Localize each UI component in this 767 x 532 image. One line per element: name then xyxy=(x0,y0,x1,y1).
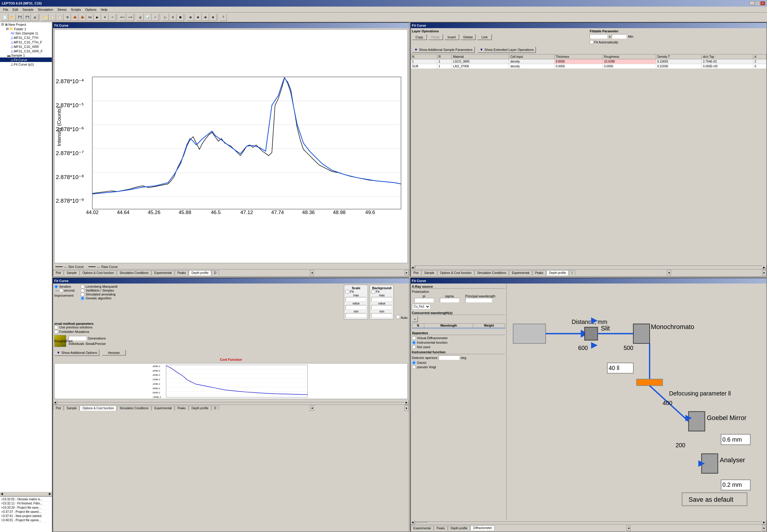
menu-simulation[interactable]: Simulation xyxy=(36,7,55,12)
tab-sim-cond[interactable]: Simulation Conditions xyxy=(117,270,151,275)
tab-tr-depth[interactable]: Depth profile xyxy=(546,270,569,275)
show-extended-ops-btn[interactable]: ▼ Show Extended Layer Operations xyxy=(477,46,536,53)
toolbar-folder[interactable]: 📁 xyxy=(41,14,48,21)
insert-button[interactable]: Insert xyxy=(444,34,459,40)
cell-density-1[interactable]: 6.52090 xyxy=(656,64,701,69)
add-wavelength-btn[interactable]: + xyxy=(412,316,418,322)
tab-br-peaks[interactable]: Peaks xyxy=(434,526,448,531)
hessian-btn[interactable]: Hessian xyxy=(102,350,126,356)
tab-tr-i[interactable]: I xyxy=(569,270,575,275)
app-virtual-radio[interactable] xyxy=(412,336,416,340)
tab-sample[interactable]: Sample xyxy=(64,270,79,275)
tab-peaks[interactable]: Peaks xyxy=(175,270,188,275)
cell-dc-0[interactable]: 2.754E-02 xyxy=(702,59,753,64)
menu-edit[interactable]: Edit xyxy=(11,7,20,12)
toolbar-grid1[interactable]: ▦ xyxy=(187,14,194,21)
cell-cellinput-1[interactable]: density xyxy=(509,64,554,69)
scroll-left-btn[interactable]: ◄ xyxy=(411,265,415,269)
delete-button[interactable]: Delete xyxy=(460,34,476,40)
tab-tr-plot[interactable]: Plot xyxy=(411,270,421,275)
tab-tr-arrow-l[interactable]: ◄ xyxy=(667,270,671,275)
cell-thickness-1[interactable]: 0.0000 xyxy=(554,64,603,69)
tab-options[interactable]: Options & Cost function xyxy=(80,270,116,275)
copy-button[interactable]: Copy xyxy=(412,34,427,40)
tab-depth-profile[interactable]: Depth profile xyxy=(189,270,211,275)
menu-file[interactable]: File xyxy=(1,7,10,12)
scale-max-input[interactable]: 2.801E-1 xyxy=(345,297,366,302)
cost-hscroll[interactable]: ◄ ► xyxy=(53,400,409,404)
toolbar-play[interactable]: ▷ xyxy=(162,14,169,21)
toolbar-new[interactable]: 📄 xyxy=(1,14,8,21)
second-radio[interactable] xyxy=(59,289,63,292)
toolbar-print[interactable]: 🖨 xyxy=(31,14,38,21)
toolbar-graph[interactable]: 📊 xyxy=(144,14,151,21)
cell-roughness-0[interactable]: 10.6398 xyxy=(603,59,656,64)
tab-bl-experimental[interactable]: Experimental xyxy=(151,406,174,410)
scale-min-input[interactable]: 2.801E-5 xyxy=(345,313,366,318)
use-prev-cb[interactable] xyxy=(54,325,58,329)
tree-data-1[interactable]: △ MF31_C10_TTH xyxy=(0,35,52,40)
show-options-btn[interactable]: ▼ Show Additional Options xyxy=(54,349,99,356)
menu-scripts[interactable]: Scripts xyxy=(69,7,83,12)
tab-arrow-left[interactable]: ◄ xyxy=(310,270,314,275)
wt-wt-0[interactable] xyxy=(473,328,505,328)
toolbar-save2[interactable]: 💾 xyxy=(24,14,31,21)
toolbar-save[interactable]: 💾 xyxy=(16,14,23,21)
tree-data-4[interactable]: △ MF31_C10_XRR_F xyxy=(0,49,52,53)
method-lm[interactable] xyxy=(81,285,84,289)
tab-bl-peaks[interactable]: Peaks xyxy=(175,406,188,410)
layer-table-container[interactable]: N R Material Cell input Thickness Roughn… xyxy=(411,54,767,265)
br-scroll-left[interactable]: ◄ xyxy=(411,520,415,524)
tab-br-diffractometer[interactable]: Diffractometer xyxy=(470,525,495,531)
maximize-button[interactable]: □ xyxy=(755,1,760,5)
method-var[interactable] xyxy=(81,289,84,292)
cell-roughness-1[interactable]: 0.0000 xyxy=(603,64,656,69)
tab-bl-d[interactable]: D xyxy=(212,406,219,410)
wavelength-input[interactable]: 0.15405490 xyxy=(465,298,492,303)
toolbar-settings[interactable]: ⚙ xyxy=(64,14,71,21)
tree-data-3[interactable]: △ MF31_C10_XRR xyxy=(0,44,52,49)
bg-value-input[interactable]: 2.878E-9 xyxy=(371,305,392,310)
toolbar-help[interactable]: ? xyxy=(220,14,227,21)
cell-cellinput-0[interactable]: density xyxy=(509,59,554,64)
cell-r-1[interactable]: 1 xyxy=(437,64,451,69)
tab-tr-sample[interactable]: Sample xyxy=(422,270,437,275)
tree-sample[interactable]: ▬ Sample 1 xyxy=(0,53,52,57)
wt-n-0[interactable] xyxy=(412,328,424,328)
sigma-input[interactable]: 0.5000 xyxy=(440,298,459,303)
cell-n-0[interactable]: 1 xyxy=(411,59,437,64)
tab-br-experimental[interactable]: Experimental xyxy=(411,526,433,531)
menu-sample[interactable]: Sample xyxy=(21,7,35,12)
tab-arrow-right[interactable]: ► xyxy=(404,270,409,275)
scroll-right-btn[interactable]: ► xyxy=(762,265,766,269)
cell-material-0[interactable]: LSCO_3895 xyxy=(452,59,509,64)
toolbar-star[interactable]: ✦ xyxy=(101,14,108,21)
tree-data-2[interactable]: △ MF31_C10_TTH_F xyxy=(0,40,52,44)
tree-sim[interactable]: AE Sim (Sample 1) xyxy=(0,31,52,35)
cell-r-0[interactable]: 1 xyxy=(437,59,451,64)
toolbar-hkl[interactable]: hkl xyxy=(86,14,93,21)
fittable-range-input[interactable] xyxy=(612,34,627,39)
menu-stress[interactable]: Stress xyxy=(55,7,68,12)
auto-cb[interactable] xyxy=(396,315,400,319)
det-ap-input[interactable]: 0.0381971 xyxy=(439,355,460,360)
tab-tr-experimental[interactable]: Experimental xyxy=(509,270,532,275)
pi-input[interactable]: 0.5000 xyxy=(414,298,434,303)
tab-experimental[interactable]: Experimental xyxy=(151,270,174,275)
forbidden-cb[interactable] xyxy=(54,330,58,334)
tab-tr-peaks[interactable]: Peaks xyxy=(532,270,546,275)
menu-help[interactable]: Help xyxy=(99,7,109,12)
br-scroll-right[interactable]: ► xyxy=(762,520,766,524)
method-sa[interactable] xyxy=(81,292,84,296)
gauss-radio[interactable] xyxy=(412,361,416,365)
toolbar-run[interactable]: ▶ xyxy=(94,14,101,21)
cell-dc-1[interactable]: 0.000E+00 xyxy=(702,64,753,69)
toolbar-open[interactable]: 📂 xyxy=(9,14,16,21)
app-notused-radio[interactable] xyxy=(412,345,416,349)
toolbar-copy[interactable]: 📋 xyxy=(49,14,56,21)
tree-fitcurve-p1[interactable]: △ Fit Curve (p1) xyxy=(0,62,52,66)
xray-type-select[interactable]: Cu_Ka1 xyxy=(412,304,430,309)
link-button[interactable]: Link xyxy=(477,34,492,40)
tab-bl-simcond[interactable]: Simulation Conditions xyxy=(117,406,151,410)
method-ga[interactable] xyxy=(81,296,84,300)
